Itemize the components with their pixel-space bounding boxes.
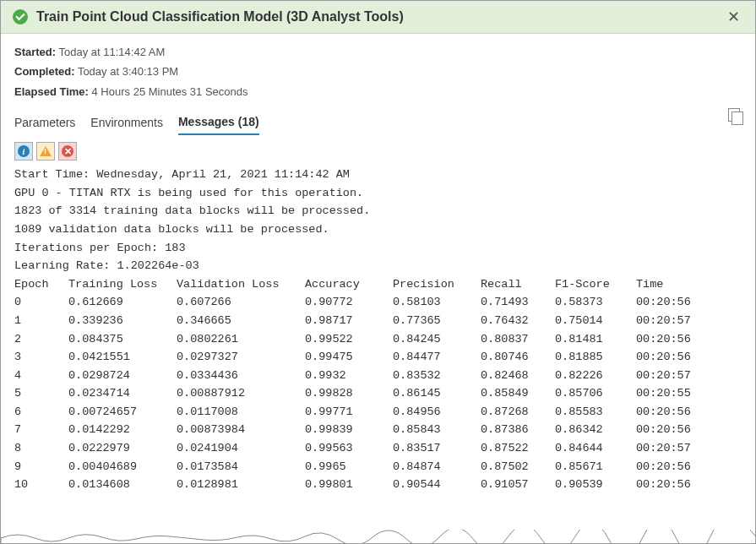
col-tloss-header: Training Loss: [68, 275, 177, 294]
header-bar: Train Point Cloud Classification Model (…: [1, 1, 755, 34]
cell-time: 00:20:57: [636, 439, 691, 458]
log-line: Start Time: Wednesday, April 21, 2021 11…: [14, 166, 742, 184]
cell-f1: 0.90539: [555, 476, 636, 494]
cell-epoch: 5: [14, 384, 68, 403]
tab-environments[interactable]: Environments: [90, 111, 163, 134]
cell-vloss: 0.0241904: [177, 439, 305, 458]
cell-epoch: 6: [14, 403, 68, 422]
cell-tloss: 0.0222979: [68, 439, 177, 458]
cell-rec: 0.91057: [481, 476, 555, 494]
cell-f1: 0.82226: [555, 367, 636, 385]
tabs-bar: Parameters Environments Messages (18): [1, 105, 755, 135]
cell-f1: 0.81885: [555, 348, 636, 367]
cell-tloss: 0.0298724: [68, 367, 177, 385]
cell-prec: 0.84956: [393, 403, 481, 422]
cell-acc: 0.90772: [305, 293, 393, 312]
cell-time: 00:20:56: [636, 476, 691, 494]
cell-tloss: 0.00724657: [68, 403, 177, 422]
cell-acc: 0.9965: [305, 458, 393, 476]
cell-tloss: 0.084375: [68, 330, 177, 349]
col-epoch-header: Epoch: [14, 275, 68, 294]
tool-title: Train Point Cloud Classification Model (…: [36, 9, 715, 24]
cell-vloss: 0.00873984: [177, 421, 305, 439]
cell-vloss: 0.0297327: [177, 348, 305, 367]
error-filter-button[interactable]: ✕: [58, 142, 77, 160]
col-rec-header: Recall: [481, 275, 555, 294]
close-button[interactable]: ✕: [724, 8, 743, 26]
cell-f1: 0.58373: [555, 293, 636, 312]
cell-epoch: 4: [14, 367, 68, 385]
cell-rec: 0.71493: [481, 293, 555, 312]
cell-vloss: 0.0334436: [177, 367, 305, 385]
cell-rec: 0.87502: [481, 458, 555, 476]
run-meta: Started: Today at 11:14:42 AM Completed:…: [1, 34, 755, 105]
col-f1-header: F1-Score: [555, 275, 636, 294]
cell-epoch: 10: [14, 476, 68, 494]
cell-acc: 0.99771: [305, 403, 393, 422]
cell-tloss: 0.0421551: [68, 348, 177, 367]
cell-acc: 0.9932: [305, 367, 393, 385]
cell-acc: 0.98717: [305, 312, 393, 330]
cell-prec: 0.77365: [393, 312, 481, 330]
cell-rec: 0.76432: [481, 312, 555, 330]
cell-f1: 0.85671: [555, 458, 636, 476]
cell-prec: 0.90544: [393, 476, 481, 494]
cell-prec: 0.86145: [393, 384, 481, 403]
cell-rec: 0.85849: [481, 384, 555, 403]
elapsed-row: Elapsed Time: 4 Hours 25 Minutes 31 Seco…: [14, 82, 742, 101]
tab-parameters[interactable]: Parameters: [14, 111, 75, 134]
table-row: 60.007246570.01170080.997710.849560.8726…: [14, 403, 742, 422]
log-line: 1089 validation data blocks will be proc…: [14, 220, 742, 239]
tab-messages[interactable]: Messages (18): [178, 110, 259, 135]
table-row: 50.02347140.008879120.998280.861450.8584…: [14, 384, 742, 403]
cell-epoch: 1: [14, 312, 68, 330]
messages-log: Start Time: Wednesday, April 21, 2021 11…: [1, 166, 755, 501]
cell-f1: 0.75014: [555, 312, 636, 330]
cell-prec: 0.83517: [393, 439, 481, 458]
cell-vloss: 0.346665: [177, 312, 305, 330]
started-label: Started:: [14, 46, 56, 58]
cell-epoch: 3: [14, 348, 68, 367]
col-prec-header: Precision: [393, 275, 481, 294]
copy-icon[interactable]: [728, 108, 743, 125]
info-icon: i: [18, 145, 30, 157]
log-line: Iterations per Epoch: 183: [14, 239, 742, 258]
cell-vloss: 0.0802261: [177, 330, 305, 349]
cell-prec: 0.85843: [393, 421, 481, 439]
col-acc-header: Accuracy: [305, 275, 393, 294]
cell-prec: 0.58103: [393, 293, 481, 312]
cell-prec: 0.84477: [393, 348, 481, 367]
error-icon: ✕: [62, 145, 73, 157]
table-row: 90.004046890.01735840.99650.848740.87502…: [14, 458, 742, 476]
col-time-header: Time: [636, 275, 663, 294]
cell-f1: 0.86342: [555, 421, 636, 439]
table-row: 20.0843750.08022610.995220.842450.808370…: [14, 330, 742, 349]
cell-vloss: 0.0128981: [177, 476, 305, 494]
completed-row: Completed: Today at 3:40:13 PM: [14, 62, 742, 81]
cell-prec: 0.84245: [393, 330, 481, 349]
cell-time: 00:20:56: [636, 403, 691, 422]
message-filter-icons: i ✕: [1, 135, 755, 166]
warning-filter-button[interactable]: [36, 142, 55, 160]
cell-tloss: 0.339236: [68, 312, 177, 330]
torn-edge: [1, 530, 756, 544]
log-line: 1823 of 3314 training data blocks will b…: [14, 202, 742, 220]
cell-time: 00:20:56: [636, 330, 691, 349]
table-row: 40.02987240.03344360.99320.835320.824680…: [14, 367, 742, 385]
cell-time: 00:20:56: [636, 348, 691, 367]
cell-rec: 0.82468: [481, 367, 555, 385]
cell-acc: 0.99475: [305, 348, 393, 367]
cell-f1: 0.81481: [555, 330, 636, 349]
cell-tloss: 0.612669: [68, 293, 177, 312]
cell-epoch: 2: [14, 330, 68, 349]
cell-vloss: 0.0173584: [177, 458, 305, 476]
cell-rec: 0.80837: [481, 330, 555, 349]
cell-rec: 0.87386: [481, 421, 555, 439]
cell-time: 00:20:57: [636, 312, 691, 330]
log-line: Learning Rate: 1.202264e-03: [14, 257, 742, 275]
completed-label: Completed:: [14, 65, 75, 78]
cell-f1: 0.85706: [555, 384, 636, 403]
info-filter-button[interactable]: i: [14, 142, 33, 160]
cell-tloss: 0.00404689: [68, 458, 177, 476]
cell-acc: 0.99563: [305, 439, 393, 458]
